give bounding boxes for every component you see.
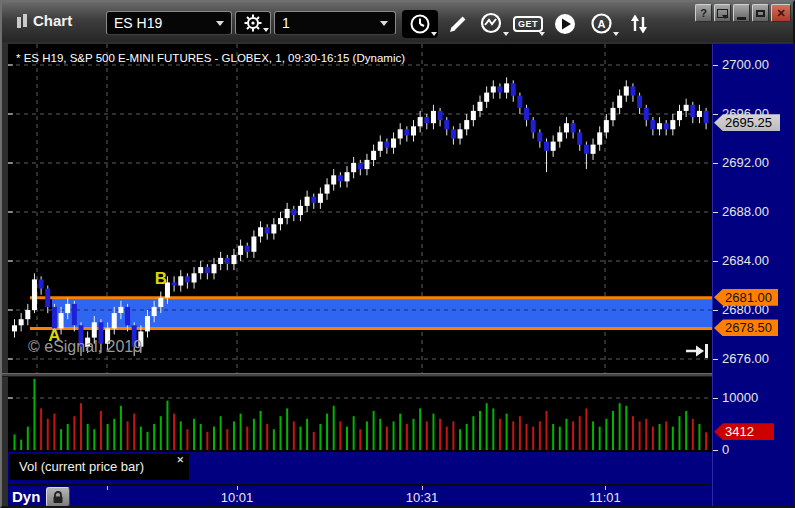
volume-chart[interactable] — [8, 377, 712, 452]
chevron-down-icon — [503, 32, 509, 36]
dynamic-mode-label: Dyn — [12, 488, 40, 505]
time-axis-label: 11:01 — [575, 490, 635, 505]
symbol-settings-button[interactable] — [235, 11, 271, 35]
time-axis-bar: Dyn 10:0110:3111:01 — [8, 484, 712, 508]
time-axis-tick — [605, 486, 606, 490]
chevron-down-icon — [431, 32, 437, 36]
last-volume-tag: 3412 — [714, 423, 774, 440]
time-axis-tick — [107, 486, 108, 490]
auto-circle-icon: A — [590, 12, 614, 36]
price-axis-label: 2700.00 — [713, 57, 769, 73]
minimize-icon — [737, 17, 746, 20]
interval-value: 1 — [282, 15, 290, 31]
chevron-down-icon — [216, 21, 224, 26]
volume-study-label-box: Vol (current price bar) ✕ — [9, 454, 189, 480]
time-axis-label: 10:01 — [207, 490, 267, 505]
candlestick-chart[interactable]: AB — [8, 44, 712, 373]
watermark: © eSignal, 2019 — [28, 338, 142, 356]
play-button[interactable] — [548, 10, 582, 38]
get-button[interactable]: GET — [510, 10, 546, 38]
study-line-icon — [480, 12, 504, 36]
toolbar: Chart ES H19 1 — [2, 2, 793, 42]
chart-app-icon — [16, 14, 29, 33]
draw-button[interactable] — [442, 10, 474, 38]
zone-upper-tag: 2681.00 — [714, 289, 778, 306]
time-axis-label: 10:31 — [392, 490, 452, 505]
price-axis-label: 2692.00 — [713, 155, 769, 171]
swap-arrows-icon — [627, 12, 651, 36]
price-axis-label: 2676.00 — [713, 351, 769, 367]
price-pane[interactable]: AB * ES H19, S&P 500 E-MINI FUTURES - GL… — [8, 44, 712, 373]
help-button[interactable]: ? — [695, 4, 712, 22]
price-axis[interactable]: 2700.002696.002692.002688.002684.002680.… — [712, 44, 795, 508]
maximize-button[interactable] — [752, 4, 769, 22]
svg-text:A: A — [598, 18, 606, 30]
pencil-icon — [447, 13, 469, 35]
time-template-button[interactable] — [402, 10, 438, 38]
last-price-tag: 2695.25 — [714, 114, 780, 131]
window-controls: ? ✕ — [693, 4, 791, 22]
restore-icon — [717, 9, 728, 18]
price-zone — [30, 298, 712, 329]
studies-button[interactable] — [474, 10, 510, 38]
symbol-value: ES H19 — [114, 15, 162, 31]
time-axis-tick — [422, 486, 423, 490]
gear-icon — [244, 14, 263, 33]
window-title: Chart — [33, 12, 72, 29]
clock-icon — [409, 13, 431, 35]
help-label: ? — [700, 7, 707, 19]
price-axis-label: 2688.00 — [713, 204, 769, 220]
volume-study-label: Vol (current price bar) — [19, 459, 144, 474]
interval-dropdown[interactable]: 1 — [274, 11, 396, 35]
refresh-button[interactable] — [622, 10, 656, 38]
symbol-dropdown[interactable]: ES H19 — [106, 11, 232, 35]
minimize-button[interactable] — [733, 4, 750, 22]
chart-window: Chart ES H19 1 — [0, 0, 795, 508]
restore-button[interactable] — [714, 4, 731, 22]
go-to-end-icon[interactable] — [686, 344, 708, 358]
zone-lower-tag: 2678.50 — [714, 319, 778, 336]
chevron-down-icon — [263, 28, 269, 32]
chevron-down-icon — [613, 32, 619, 36]
volume-bars — [14, 379, 708, 450]
auto-button[interactable]: A — [584, 10, 620, 38]
volume-axis-label: 0 — [713, 442, 729, 458]
chevron-down-icon — [380, 21, 388, 26]
close-button[interactable]: ✕ — [771, 4, 791, 22]
maximize-icon — [756, 10, 765, 17]
lock-icon — [51, 490, 65, 504]
annotation-b: B — [155, 269, 167, 288]
lock-button[interactable] — [46, 487, 70, 507]
close-icon: ✕ — [776, 7, 785, 20]
chevron-down-icon — [539, 32, 545, 36]
volume-axis-label: 10000 — [713, 390, 758, 406]
close-study-icon[interactable]: ✕ — [176, 455, 184, 465]
volume-pane[interactable] — [8, 377, 712, 452]
price-axis-label: 2684.00 — [713, 253, 769, 269]
time-axis-tick — [237, 486, 238, 490]
get-label: GET — [513, 16, 543, 32]
play-icon — [553, 12, 577, 36]
chart-title: * ES H19, S&P 500 E-MINI FUTURES - GLOBE… — [16, 52, 405, 64]
